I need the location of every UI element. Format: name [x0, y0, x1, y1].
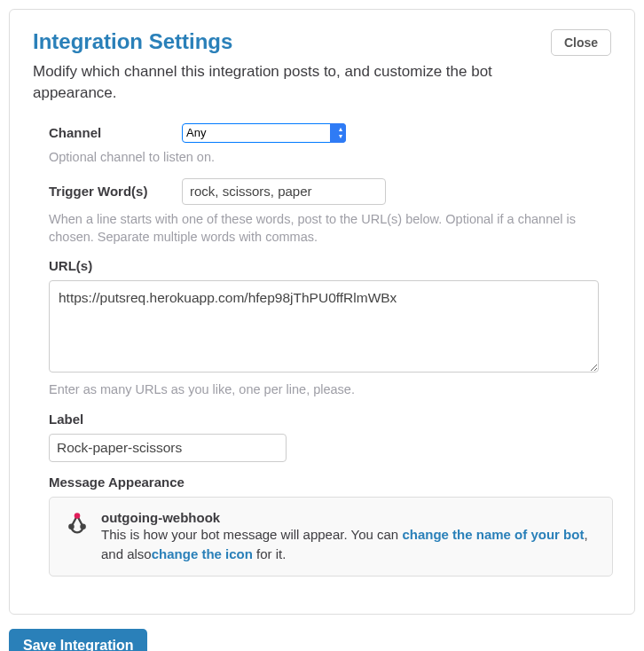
trigger-input[interactable] — [182, 178, 386, 205]
page-subtitle: Modify which channel this integration po… — [33, 61, 530, 104]
message-preview: outgoing-webhook This is how your bot me… — [49, 497, 613, 577]
channel-help: Optional channel to listen on. — [49, 148, 611, 166]
urls-help: Enter as many URLs as you like, one per … — [49, 380, 611, 398]
urls-label: URL(s) — [49, 258, 611, 273]
svg-point-2 — [80, 523, 86, 529]
webhook-icon — [64, 510, 90, 564]
form-area: Channel Any ▴▾ Optional channel to liste… — [33, 123, 611, 577]
trigger-help: When a line starts with one of these wor… — [49, 210, 611, 247]
urls-textarea[interactable] — [49, 280, 599, 373]
channel-row: Channel Any ▴▾ Optional channel to liste… — [49, 123, 611, 166]
preview-text: outgoing-webhook This is how your bot me… — [101, 510, 598, 564]
bot-description: This is how your bot message will appear… — [101, 525, 598, 564]
change-icon-link[interactable]: change the icon — [152, 546, 253, 561]
urls-row: URL(s) Enter as many URLs as you like, o… — [49, 258, 611, 398]
channel-label: Channel — [49, 125, 173, 140]
change-name-link[interactable]: change the name of your bot — [402, 527, 584, 542]
appearance-label: Message Appearance — [49, 475, 611, 490]
page-title: Integration Settings — [33, 29, 232, 54]
settings-card: Integration Settings Close Modify which … — [9, 9, 635, 615]
label-row: Label — [49, 412, 611, 462]
svg-point-0 — [75, 513, 81, 519]
appearance-row: Message Appearance outgo — [49, 475, 611, 577]
svg-point-1 — [68, 523, 75, 529]
card-header: Integration Settings Close — [33, 29, 611, 59]
channel-select[interactable]: Any — [182, 123, 346, 143]
trigger-label: Trigger Word(s) — [49, 184, 173, 199]
desc-suffix: for it. — [253, 546, 287, 561]
bot-name: outgoing-webhook — [101, 510, 598, 525]
save-integration-button[interactable]: Save Integration — [9, 629, 147, 651]
channel-select-wrap: Any ▴▾ — [182, 123, 346, 143]
trigger-row: Trigger Word(s) When a line starts with … — [49, 178, 611, 247]
close-button[interactable]: Close — [551, 29, 611, 56]
desc-prefix: This is how your bot message will appear… — [101, 527, 402, 542]
label-field-label: Label — [49, 412, 611, 427]
label-input[interactable] — [49, 434, 287, 462]
